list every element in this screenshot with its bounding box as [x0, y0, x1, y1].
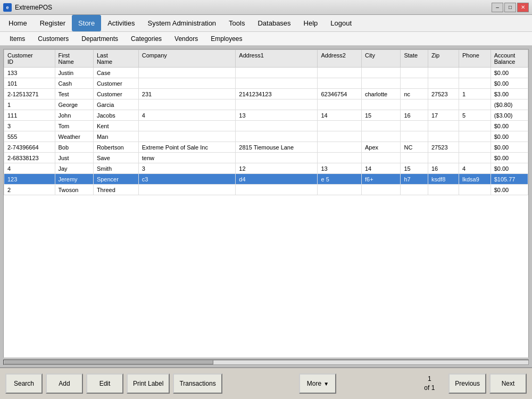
close-button[interactable]: ✕ [517, 3, 529, 12]
cell-account_balance: $0.00 [491, 185, 528, 195]
customers-table-container[interactable]: CustomerID FirstName LastName Company Ad… [3, 49, 529, 364]
cell-state [401, 99, 428, 110]
cell-address1: 13 [236, 110, 318, 121]
cell-city [361, 131, 401, 142]
cell-last_name: Threed [93, 185, 138, 195]
cell-last_name: Kent [93, 121, 138, 131]
table-row[interactable]: 123JeremySpencerc3d4e 5f6+h7ksdf8lkdsa9$… [4, 174, 528, 185]
cell-zip: 27523 [428, 142, 459, 153]
cell-state [401, 153, 428, 163]
cell-first_name: Jay [55, 163, 93, 174]
menu-item-store[interactable]: Store [72, 15, 101, 31]
cell-zip [428, 68, 459, 78]
cell-company: c3 [138, 174, 236, 185]
cell-customer_id: 101 [4, 78, 55, 89]
cell-last_name: Smith [93, 163, 138, 174]
minimize-button[interactable]: – [492, 3, 503, 12]
col-account-balance[interactable]: AccountBalance [491, 50, 528, 68]
cell-account_balance: $0.00 [491, 163, 528, 174]
col-first-name[interactable]: FirstName [55, 50, 93, 68]
cell-address2: 62346754 [318, 89, 361, 99]
cell-company: 4 [138, 110, 236, 121]
maximize-button[interactable]: □ [504, 3, 516, 12]
cell-customer_id: 3 [4, 121, 55, 131]
submenu-departments[interactable]: Departments [76, 34, 123, 44]
submenu-categories[interactable]: Categories [126, 34, 167, 44]
cell-account_balance: $0.00 [491, 78, 528, 89]
col-state[interactable]: State [401, 50, 428, 68]
submenu-items[interactable]: Items [4, 34, 30, 44]
cell-last_name: Spencer [93, 174, 138, 185]
col-zip[interactable]: Zip [428, 50, 459, 68]
col-phone[interactable]: Phone [459, 50, 491, 68]
cell-company [138, 68, 236, 78]
col-city[interactable]: City [361, 50, 401, 68]
cell-address2 [318, 99, 361, 110]
table-row[interactable]: 101CashCustomer$0.00 [4, 78, 528, 89]
table-row[interactable]: 4JaySmith312131415164$0.00 [4, 163, 528, 174]
col-last-name[interactable]: LastName [93, 50, 138, 68]
col-company[interactable]: Company [138, 50, 236, 68]
cell-address1 [236, 121, 318, 131]
table-row[interactable]: 2-74396664BobRobertsonExtreme Point of S… [4, 142, 528, 153]
cell-address2 [318, 131, 361, 142]
transactions-button[interactable]: Transactions [173, 373, 222, 394]
cell-first_name: John [55, 110, 93, 121]
cell-first_name: Justin [55, 68, 93, 78]
scrollbar-area[interactable] [0, 358, 532, 367]
add-button[interactable]: Add [46, 373, 83, 394]
menu-item-tools[interactable]: Tools [222, 15, 251, 31]
table-row[interactable]: 2-12513271TestCustomer231214123412362346… [4, 89, 528, 99]
cell-city [361, 153, 401, 163]
cell-company: tenw [138, 153, 236, 163]
cell-last_name: Customer [93, 78, 138, 89]
table-row[interactable]: 555WeatherMan$0.00 [4, 131, 528, 142]
cell-state [401, 78, 428, 89]
table-row[interactable]: 133JustinCase$0.00 [4, 68, 528, 78]
submenu-customers[interactable]: Customers [32, 34, 74, 44]
menu-bar: Home Register Store Activities System Ad… [0, 15, 532, 32]
cell-phone [459, 131, 491, 142]
app-icon: e [3, 3, 12, 12]
main-content: CustomerID FirstName LastName Company Ad… [0, 46, 532, 367]
search-button[interactable]: Search [5, 373, 43, 394]
menu-item-help[interactable]: Help [297, 15, 325, 31]
menu-item-databases[interactable]: Databases [251, 15, 297, 31]
previous-button[interactable]: Previous [448, 373, 486, 394]
cell-last_name: Robertson [93, 142, 138, 153]
cell-company [138, 99, 236, 110]
cell-first_name: Test [55, 89, 93, 99]
cell-phone [459, 121, 491, 131]
cell-zip [428, 131, 459, 142]
col-customer-id[interactable]: CustomerID [4, 50, 55, 68]
col-address2[interactable]: Address2 [318, 50, 361, 68]
cell-zip [428, 121, 459, 131]
submenu-vendors[interactable]: Vendors [169, 34, 203, 44]
menu-item-home[interactable]: Home [2, 15, 34, 31]
scrollbar-track[interactable] [3, 360, 529, 365]
col-address1[interactable]: Address1 [236, 50, 318, 68]
next-button[interactable]: Next [489, 373, 527, 394]
cell-city: 14 [361, 163, 401, 174]
cell-address1 [236, 185, 318, 195]
cell-last_name: Garcia [93, 99, 138, 110]
table-row[interactable]: 1GeorgeGarcia($0.80) [4, 99, 528, 110]
page-total: 1 [431, 384, 435, 392]
submenu-employees[interactable]: Employees [205, 34, 247, 44]
menu-item-register[interactable]: Register [34, 15, 72, 31]
edit-button[interactable]: Edit [86, 373, 123, 394]
bottom-bar: Search Add Edit Print Label Transactions… [0, 367, 532, 399]
menu-item-system-admin[interactable]: System Administration [141, 15, 222, 31]
table-row[interactable]: 2-68338123JustSavetenw$0.00 [4, 153, 528, 163]
cell-zip [428, 78, 459, 89]
table-row[interactable]: 3TomKent$0.00 [4, 121, 528, 131]
table-row[interactable]: 2TwosonThreed$0.00 [4, 185, 528, 195]
menu-item-logout[interactable]: Logout [324, 15, 358, 31]
scrollbar-thumb[interactable] [4, 360, 213, 364]
print-label-button[interactable]: Print Label [127, 373, 170, 394]
menu-item-activities[interactable]: Activities [101, 15, 141, 31]
cell-phone [459, 99, 491, 110]
cell-company [138, 185, 236, 195]
more-button[interactable]: More ▼ [299, 373, 336, 394]
table-row[interactable]: 111JohnJacobs413141516175($3.00) [4, 110, 528, 121]
